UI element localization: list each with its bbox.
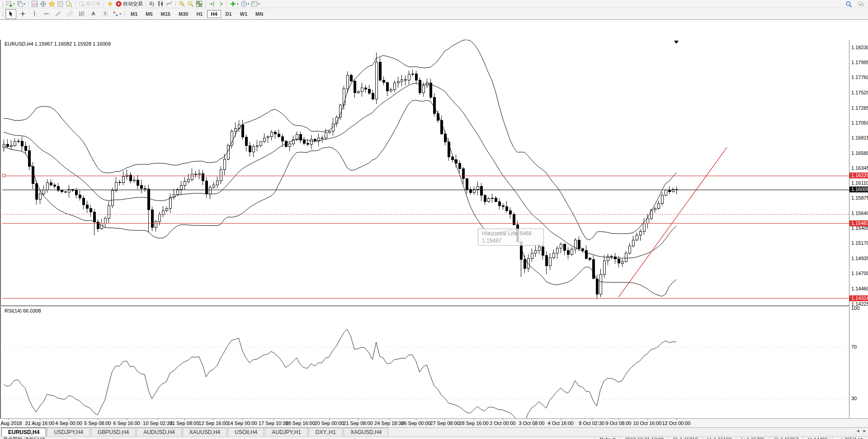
timeframe-M30[interactable]: M30 (175, 10, 192, 18)
rsi-axis-label: 30 (851, 396, 857, 402)
time-axis-tick (445, 419, 445, 420)
auto-scroll-icon[interactable] (208, 0, 216, 8)
price-axis-label: 1.16110 (851, 180, 868, 186)
tool-vertical-line[interactable] (29, 9, 40, 19)
time-axis[interactable]: 30 Aug 201831 Aug 16:004 Sep 00:005 Sep … (0, 418, 868, 428)
dropdown-caret-icon: ▾ (248, 2, 250, 6)
toolbar-grip[interactable] (1, 11, 3, 17)
timeframe-H4[interactable]: H4 (207, 10, 221, 18)
data-window-icon[interactable] (39, 0, 47, 8)
chart-tab-EURUSDH4[interactable]: EURUSD,H4 (1, 428, 46, 436)
shift-marker-icon[interactable] (674, 41, 679, 44)
timeframe-MN[interactable]: MN (252, 10, 267, 18)
timeframe-M15[interactable]: M15 (157, 10, 174, 18)
chat-icon[interactable] (857, 0, 865, 8)
chart-shift-icon[interactable] (216, 0, 225, 8)
chart-tab-bar: EURUSD,H4USDJPY,H4GBPUSD,H4AUDUSD,H4XAUU… (0, 427, 868, 436)
metaeditor-icon[interactable] (106, 0, 114, 8)
new-order-button[interactable]: 新订单 (77, 0, 102, 8)
tool-text[interactable]: A (88, 9, 99, 19)
rsi-line (4, 329, 676, 425)
time-axis-tick (618, 419, 619, 420)
profiles-icon[interactable]: ▾ (16, 0, 27, 8)
tab-scroll-left-icon[interactable]: ◄ (856, 429, 860, 433)
tool-cursor[interactable] (5, 9, 16, 19)
time-axis-tick (592, 419, 592, 420)
status-bar: 寻求帮助,请按F1键 Default 2018.10.01 12:00 O: 1… (0, 436, 868, 439)
time-axis-tick (329, 419, 330, 420)
time-axis-tick (300, 419, 301, 420)
tool-text-label[interactable]: T (99, 9, 110, 19)
bar-chart-icon[interactable] (148, 0, 156, 8)
tool-crosshair[interactable] (17, 9, 28, 19)
tool-trendline[interactable] (52, 9, 63, 19)
zoom-out-icon[interactable] (186, 0, 195, 8)
tool-fibonacci[interactable] (76, 9, 87, 19)
timeframe-W1[interactable]: W1 (236, 10, 251, 18)
timeframe-M5[interactable]: M5 (142, 10, 156, 18)
bear-candles (6, 62, 678, 294)
indicators-icon[interactable]: ▾ (229, 0, 240, 8)
price-axis-label: 1.14700 (851, 271, 868, 276)
rsi-axis-label: 100 (851, 305, 859, 311)
terminal-icon[interactable] (56, 0, 65, 8)
autotrading-button[interactable]: 自动交易 (114, 0, 144, 8)
trend-line[interactable] (618, 147, 727, 297)
candlestick-chart-icon[interactable] (156, 0, 165, 8)
chart-tab-AUDJPYH1[interactable]: AUDJPY,H1 (265, 428, 307, 436)
time-axis-tick (158, 419, 158, 420)
time-axis-tick (98, 419, 98, 420)
chart-tab-XAUUSDH4[interactable]: XAUUSD,H4 (183, 428, 227, 436)
hline-anchor-point[interactable] (3, 174, 5, 177)
timeframe-D1[interactable]: D1 (222, 10, 236, 18)
tab-scroll-right-icon[interactable]: ► (863, 429, 867, 433)
rsi-indicator-label: RSI(14) 66.0308 (5, 308, 41, 313)
navigator-icon[interactable] (47, 0, 56, 8)
time-axis-tick (676, 419, 677, 420)
price-axis-label: 1.17995 (851, 60, 868, 65)
toolbar-grip[interactable] (1, 1, 3, 7)
tile-windows-icon[interactable] (195, 0, 203, 8)
chart-window: 1.182301.179951.177601.175201.172851.170… (0, 19, 868, 428)
timeframe-H1[interactable]: H1 (193, 10, 206, 18)
price-axis-label: 1.16580 (851, 150, 868, 156)
new-chart-icon[interactable]: ▾ (5, 0, 16, 8)
price-axis-label: 1.15875 (851, 195, 868, 201)
time-axis-tick (8, 419, 9, 420)
timeframe-M1[interactable]: M1 (127, 10, 141, 18)
time-axis-tick (184, 419, 185, 420)
price-scale[interactable]: 1.182301.179951.177601.175201.172851.170… (849, 40, 868, 438)
toolbar-separator (75, 1, 75, 7)
toolbar-separator (175, 1, 176, 7)
price-axis-label: 1.16345 (851, 165, 868, 171)
price-axis-label: 1.17760 (851, 75, 868, 80)
strategy-tester-icon[interactable] (65, 0, 73, 8)
toolbar-separator (104, 1, 104, 7)
chart-tab-USOilH4[interactable]: USOil,H4 (228, 428, 264, 436)
market-watch-icon[interactable] (30, 0, 39, 8)
main-chart[interactable] (2, 40, 849, 305)
dropdown-caret-icon: ▾ (13, 2, 15, 6)
tool-equidistant-channel[interactable] (64, 9, 75, 19)
status-template: Default (595, 437, 620, 439)
periods-icon[interactable]: ▾ (240, 0, 250, 8)
price-axis-label: 1.15405 (851, 225, 868, 231)
drawing-toolbar: AT▾M1M5M15M30H1H4D1W1MN (0, 8, 868, 20)
time-axis-tick (274, 419, 274, 420)
chart-tab-USDJPYH4[interactable]: USDJPY,H4 (47, 428, 90, 436)
search-icon[interactable] (844, 0, 853, 8)
chart-tab-GBPUSDH4[interactable]: GBPUSD,H4 (91, 428, 136, 436)
tool-horizontal-line[interactable] (41, 9, 52, 19)
chart-tab-AUDUSDH4[interactable]: AUDUSD,H4 (137, 428, 181, 436)
templates-icon[interactable]: ▾ (250, 0, 261, 8)
price-axis-label: 1.14460 (851, 286, 868, 292)
line-chart-icon[interactable] (165, 0, 174, 8)
chart-tab-DXYH1[interactable]: DXY.,H1 (309, 428, 343, 436)
status-open: O: 1.15818 (668, 437, 702, 439)
status-close: C: 1.15857 (769, 437, 803, 439)
tool-arrows[interactable]: ▾ (111, 9, 122, 19)
zoom-in-icon[interactable] (178, 0, 186, 8)
svg-text:T: T (104, 12, 106, 16)
chart-tab-XAGUSDH4[interactable]: XAGUSD,H4 (344, 428, 388, 436)
price-marker-1.15487: 1.15487 (849, 220, 868, 226)
